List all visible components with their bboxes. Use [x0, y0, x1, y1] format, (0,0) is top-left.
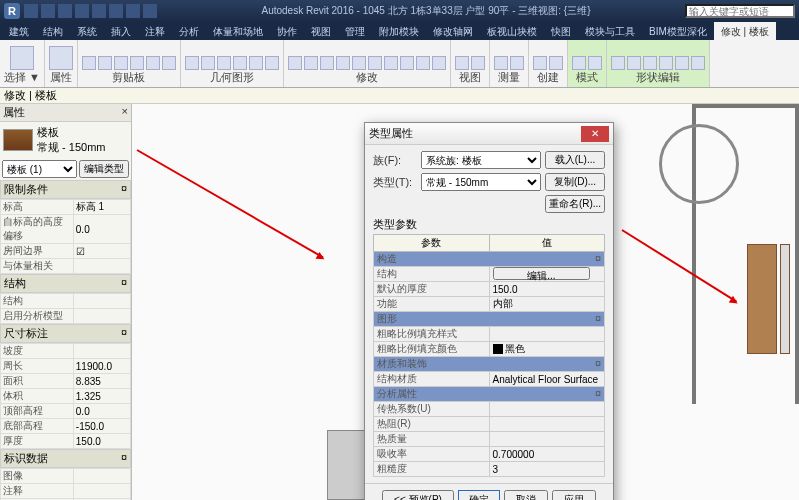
ribbon-button[interactable]: [201, 56, 215, 70]
qat-btn[interactable]: [41, 4, 55, 18]
table-row[interactable]: 默认的厚度150.0: [374, 282, 605, 297]
ribbon-button[interactable]: [130, 56, 144, 70]
prop-group-header[interactable]: 结构¤: [0, 274, 131, 293]
ribbon-button[interactable]: [10, 46, 34, 70]
qat-btn[interactable]: [109, 4, 123, 18]
ribbon-button[interactable]: [162, 56, 176, 70]
tab-4[interactable]: 注释: [138, 22, 172, 40]
table-row[interactable]: 房间边界☑: [1, 244, 131, 259]
ribbon-button[interactable]: [98, 56, 112, 70]
prop-group-header[interactable]: 标识数据¤: [0, 449, 131, 468]
qat-btn[interactable]: [75, 4, 89, 18]
table-row[interactable]: 传热系数(U): [374, 402, 605, 417]
ribbon-button[interactable]: [533, 56, 547, 70]
close-button[interactable]: ✕: [581, 126, 609, 142]
ribbon-button[interactable]: [510, 56, 524, 70]
tab-9[interactable]: 管理: [338, 22, 372, 40]
edit-type-button[interactable]: 编辑类型: [79, 160, 129, 178]
table-row[interactable]: 粗略比例填充颜色黑色: [374, 342, 605, 357]
ribbon-button[interactable]: [233, 56, 247, 70]
ribbon-button[interactable]: [627, 56, 641, 70]
ribbon-button[interactable]: [471, 56, 485, 70]
qat-btn[interactable]: [143, 4, 157, 18]
ribbon-button[interactable]: [146, 56, 160, 70]
ribbon-button[interactable]: [185, 56, 199, 70]
ribbon-button[interactable]: [611, 56, 625, 70]
table-row[interactable]: 面积8.835: [1, 374, 131, 389]
ribbon-button[interactable]: [320, 56, 334, 70]
instance-selector[interactable]: 楼板 (1): [2, 160, 77, 178]
table-row[interactable]: 标高标高 1: [1, 200, 131, 215]
preview-button[interactable]: << 预览(P): [382, 490, 454, 500]
rename-button[interactable]: 重命名(R)...: [545, 195, 605, 213]
tab-8[interactable]: 视图: [304, 22, 338, 40]
family-select[interactable]: 系统族: 楼板: [421, 151, 541, 169]
qat-btn[interactable]: [92, 4, 106, 18]
tab-16[interactable]: 修改 | 楼板: [714, 22, 776, 40]
table-row[interactable]: 顶部高程0.0: [1, 404, 131, 419]
qat-btn[interactable]: [126, 4, 140, 18]
table-row[interactable]: 启用分析模型: [1, 309, 131, 324]
ribbon-button[interactable]: [304, 56, 318, 70]
tab-11[interactable]: 修改轴网: [426, 22, 480, 40]
table-row[interactable]: 自标高的高度偏移0.0: [1, 215, 131, 244]
tab-2[interactable]: 系统: [70, 22, 104, 40]
table-row[interactable]: 与体量相关: [1, 259, 131, 274]
close-icon[interactable]: ×: [122, 105, 128, 120]
table-row[interactable]: 注释: [1, 484, 131, 499]
apply-button[interactable]: 应用: [552, 490, 596, 500]
dialog-titlebar[interactable]: 类型属性 ✕: [365, 123, 613, 145]
tab-5[interactable]: 分析: [172, 22, 206, 40]
qat-btn[interactable]: [24, 4, 38, 18]
ribbon-button[interactable]: [352, 56, 366, 70]
ribbon-button[interactable]: [114, 56, 128, 70]
table-row[interactable]: 吸收率0.700000: [374, 447, 605, 462]
ribbon-button[interactable]: [368, 56, 382, 70]
ribbon-button[interactable]: [384, 56, 398, 70]
table-row[interactable]: 结构: [1, 294, 131, 309]
ribbon-button[interactable]: [249, 56, 263, 70]
ribbon-button[interactable]: [82, 56, 96, 70]
ribbon-button[interactable]: [432, 56, 446, 70]
tab-0[interactable]: 建筑: [2, 22, 36, 40]
ribbon-button[interactable]: [691, 56, 705, 70]
table-row[interactable]: 功能内部: [374, 297, 605, 312]
ribbon-button[interactable]: [494, 56, 508, 70]
table-row[interactable]: 体积1.325: [1, 389, 131, 404]
app-logo[interactable]: R: [4, 3, 20, 19]
qat-btn[interactable]: [58, 4, 72, 18]
tab-15[interactable]: BIM模型深化: [642, 22, 714, 40]
ribbon-button[interactable]: [675, 56, 689, 70]
cancel-button[interactable]: 取消: [504, 490, 548, 500]
table-row[interactable]: 底部高程-150.0: [1, 419, 131, 434]
ribbon-button[interactable]: [217, 56, 231, 70]
table-row[interactable]: 结构材质Analytical Floor Surface: [374, 372, 605, 387]
ribbon-button[interactable]: [265, 56, 279, 70]
ribbon-button[interactable]: [643, 56, 657, 70]
tab-1[interactable]: 结构: [36, 22, 70, 40]
param-category[interactable]: 材质和装饰 ¤: [374, 357, 605, 372]
param-category[interactable]: 图形 ¤: [374, 312, 605, 327]
ribbon-button[interactable]: [49, 46, 73, 70]
tab-3[interactable]: 插入: [104, 22, 138, 40]
ribbon-button[interactable]: [288, 56, 302, 70]
ribbon-button[interactable]: [400, 56, 414, 70]
ribbon-button[interactable]: [416, 56, 430, 70]
table-row[interactable]: 热质量: [374, 432, 605, 447]
table-row[interactable]: 厚度150.0: [1, 434, 131, 449]
tab-6[interactable]: 体量和场地: [206, 22, 270, 40]
ribbon-button[interactable]: [336, 56, 350, 70]
tab-12[interactable]: 板视山块模: [480, 22, 544, 40]
duplicate-button[interactable]: 复制(D)...: [545, 173, 605, 191]
table-row[interactable]: 坡度: [1, 344, 131, 359]
table-row[interactable]: 图像: [1, 469, 131, 484]
edit-structure-button[interactable]: 编辑...: [493, 267, 591, 280]
ribbon-button[interactable]: [588, 56, 602, 70]
table-row[interactable]: 周长11900.0: [1, 359, 131, 374]
table-row[interactable]: 粗糙度3: [374, 462, 605, 477]
ribbon-button[interactable]: [659, 56, 673, 70]
table-row[interactable]: 结构编辑...: [374, 267, 605, 282]
ribbon-button[interactable]: [572, 56, 586, 70]
ribbon-button[interactable]: [549, 56, 563, 70]
prop-group-header[interactable]: 限制条件¤: [0, 180, 131, 199]
